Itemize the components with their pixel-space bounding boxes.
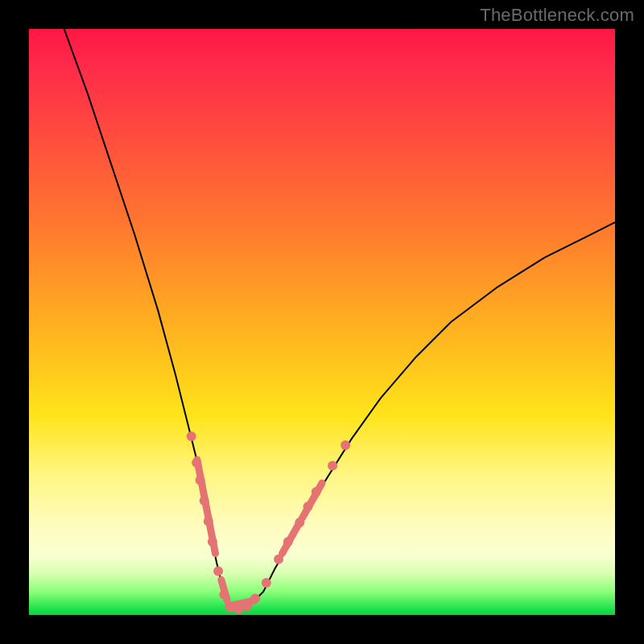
marker-dot: [303, 502, 313, 511]
marker-dot: [295, 518, 304, 527]
marker-dot: [208, 537, 217, 547]
watermark-text: TheBottleneck.com: [480, 5, 634, 26]
marker-dot: [283, 537, 293, 547]
marker-dot: [219, 590, 229, 600]
marker-dot: [225, 603, 235, 613]
marker-dot: [234, 605, 244, 614]
marker-dot: [328, 460, 337, 470]
marker-dot: [262, 578, 271, 588]
bottleneck-curve: [64, 29, 615, 609]
marker-dot: [192, 458, 201, 468]
curve-layer: [29, 29, 615, 615]
plot-area: [29, 29, 615, 615]
marker-dots: [187, 431, 350, 614]
marker-dot: [196, 476, 205, 485]
marker-dot: [200, 496, 209, 506]
marker-dot: [213, 566, 223, 576]
figure-frame: TheBottleneck.com: [0, 0, 644, 644]
marker-dot: [250, 594, 260, 604]
marker-dot: [187, 431, 196, 441]
marker-dot: [242, 601, 252, 611]
marker-dot: [204, 517, 213, 526]
marker-dot: [274, 555, 283, 564]
marker-dot: [341, 440, 350, 450]
bead-segments: [197, 460, 322, 606]
marker-dot: [312, 487, 321, 497]
